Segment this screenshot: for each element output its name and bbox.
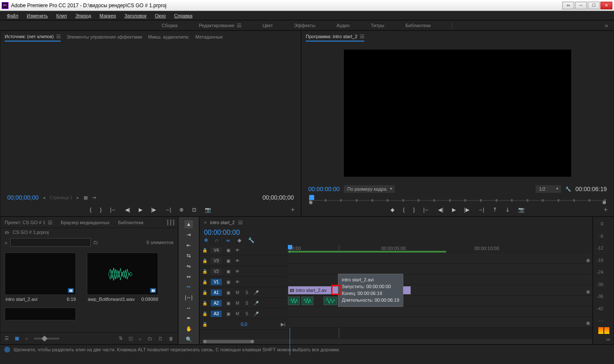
tab-project[interactable]: Проект: CS GO # 1 [5, 220, 52, 225]
step-fwd-icon[interactable]: |▶ [151, 207, 156, 213]
clip-item[interactable]: ▮▮ awp_Boltforward1.wav0:09088 [87, 253, 159, 303]
selection-tool-icon[interactable]: ▲ [184, 220, 193, 228]
go-end-icon[interactable]: ▶| [281, 322, 285, 327]
track-v4[interactable]: V4 [211, 247, 222, 253]
playhead-icon[interactable] [288, 245, 292, 249]
close-button[interactable]: ✕ [600, 2, 612, 9]
track-row-a2[interactable] [288, 306, 592, 317]
tab-audio-mixer[interactable]: Микш. аудиоклипа: [148, 33, 190, 41]
clip-item[interactable] [5, 308, 76, 320]
ws-audio[interactable]: Аудио [337, 23, 350, 28]
window-extra-icon[interactable]: ⇔ [562, 2, 574, 9]
lift-icon[interactable]: ⤒ [493, 207, 497, 213]
hamburger-icon[interactable] [238, 221, 243, 224]
sync-lock-icon[interactable]: ▣ [225, 248, 231, 253]
lock-icon[interactable]: 🔒 [202, 269, 207, 274]
sync-lock-icon[interactable]: ▣ [225, 301, 231, 306]
mark-in-icon[interactable]: { [90, 207, 92, 213]
solo-icon[interactable]: S [244, 311, 250, 316]
export-frame-icon[interactable]: 📷 [518, 207, 525, 213]
audio-clip[interactable] [301, 297, 313, 305]
maximize-button[interactable]: ☐ [588, 2, 600, 9]
lock-icon[interactable]: 🔒 [202, 280, 207, 284]
play-icon[interactable]: ▶ [139, 207, 142, 213]
mute-icon[interactable]: M [234, 301, 240, 306]
timeline-zoom[interactable]: 0,0 [211, 322, 277, 327]
freeform-view-icon[interactable]: ○ [25, 336, 28, 341]
track-a1[interactable]: A1 [211, 289, 222, 296]
menu-help[interactable]: Справка [170, 12, 197, 19]
audio-clip[interactable] [288, 297, 300, 305]
track-a3[interactable]: A3 [211, 311, 222, 317]
eye-icon[interactable]: 👁 [234, 269, 240, 274]
go-to-in-icon[interactable]: |← [110, 207, 117, 213]
ws-overflow-icon[interactable]: » [605, 22, 608, 29]
mark-out-icon[interactable]: } [413, 207, 415, 213]
insert-icon[interactable]: ⊕ [179, 207, 184, 213]
mark-in-icon[interactable]: { [403, 207, 405, 213]
tab-libraries[interactable]: Библиотеки [118, 220, 144, 225]
tab-effect-controls[interactable]: Элементы управления эффектами [67, 33, 142, 41]
ws-libraries[interactable]: Библиотеки [405, 23, 431, 28]
track-select-fwd-icon[interactable]: ⇥ [184, 231, 193, 239]
ws-titles[interactable]: Титры [371, 23, 384, 28]
tab-media-browser[interactable]: Браузер медиаданных [61, 220, 109, 225]
timeline-hscroll[interactable] [200, 339, 592, 344]
lock-icon[interactable]: 🔒 [202, 301, 207, 306]
add-button-icon[interactable]: + [604, 206, 608, 214]
go-to-in-icon[interactable]: |← [423, 207, 430, 213]
vscroll-knob[interactable] [586, 259, 590, 262]
ws-editing[interactable]: Редактирование [199, 23, 241, 28]
scrubber-playhead[interactable] [309, 195, 314, 200]
lock-icon[interactable]: 🔒 [202, 322, 207, 327]
solo-icon[interactable]: S [244, 301, 250, 306]
eye-icon[interactable]: 👁 [234, 280, 240, 284]
menu-window[interactable]: Окно [151, 12, 170, 19]
sync-lock-icon[interactable]: ▣ [225, 290, 231, 295]
go-to-out-icon[interactable]: →| [478, 207, 484, 213]
solo-icon[interactable]: S [244, 290, 250, 295]
go-to-out-icon[interactable]: →| [165, 207, 171, 213]
ws-assembly[interactable]: Сборка [162, 23, 178, 28]
add-button-icon[interactable]: + [291, 206, 295, 214]
step-fwd-icon[interactable]: |▶ [464, 207, 469, 213]
track-row-v4[interactable] [288, 253, 592, 264]
play-icon[interactable]: ▶ [452, 207, 456, 213]
sequence-name[interactable]: intro start_2 [210, 220, 234, 225]
marker-opt-icon[interactable]: ◆ [237, 237, 241, 243]
grid-icon[interactable]: ▦ [84, 195, 88, 200]
folder-icon[interactable]: 🗁 [5, 230, 9, 235]
vscroll-knob[interactable] [586, 290, 590, 294]
voice-icon[interactable]: 🎤 [253, 301, 259, 306]
extract-icon[interactable]: ⤓ [505, 207, 510, 213]
slide-tool-icon[interactable]: ↔ [184, 304, 193, 312]
sync-lock-icon[interactable]: ▣ [225, 311, 231, 316]
lock-icon[interactable]: 🔒 [202, 248, 207, 253]
menu-sequence[interactable]: Эпизод [71, 12, 95, 19]
ripple-edit-icon[interactable]: ⇆ [184, 252, 193, 260]
find-icon[interactable]: ⌕ [139, 336, 142, 341]
track-v1[interactable]: V1 [211, 279, 222, 285]
step-back-icon[interactable]: ◀| [438, 207, 443, 213]
wrench-icon[interactable]: 🔧 [565, 186, 571, 192]
settings-icon[interactable]: 🔧 [248, 237, 254, 243]
track-row-a3[interactable] [288, 317, 592, 328]
lock-icon[interactable]: 🔒 [202, 258, 207, 263]
rate-stretch-icon[interactable]: ↭ [184, 272, 193, 281]
overwrite-icon[interactable]: ⊡ [192, 207, 196, 213]
time-ruler[interactable]: :00:00 00:00:05:00 00:00:10:00 [288, 245, 592, 253]
sync-lock-icon[interactable]: ▣ [225, 280, 231, 284]
snap-icon[interactable]: ❄ [204, 237, 208, 243]
ws-color[interactable]: Цвет [262, 23, 273, 28]
add-marker-icon[interactable]: ◆ [391, 207, 394, 213]
resolution-dropdown[interactable]: 1/2 [536, 185, 561, 193]
ws-effects[interactable]: Эффекты [294, 23, 315, 28]
page-prev-icon[interactable]: ◂ [43, 195, 45, 200]
rolling-edit-icon[interactable]: ⇋ [184, 262, 193, 270]
tab-metadata[interactable]: Метаданные [195, 33, 223, 41]
slip-tool-icon[interactable]: |↔| [184, 294, 193, 302]
search-input[interactable] [10, 238, 91, 247]
page-next-icon[interactable]: ▸ [77, 195, 79, 200]
eye-icon[interactable]: 👁 [234, 258, 240, 263]
delete-icon[interactable]: 🗑 [169, 336, 173, 341]
